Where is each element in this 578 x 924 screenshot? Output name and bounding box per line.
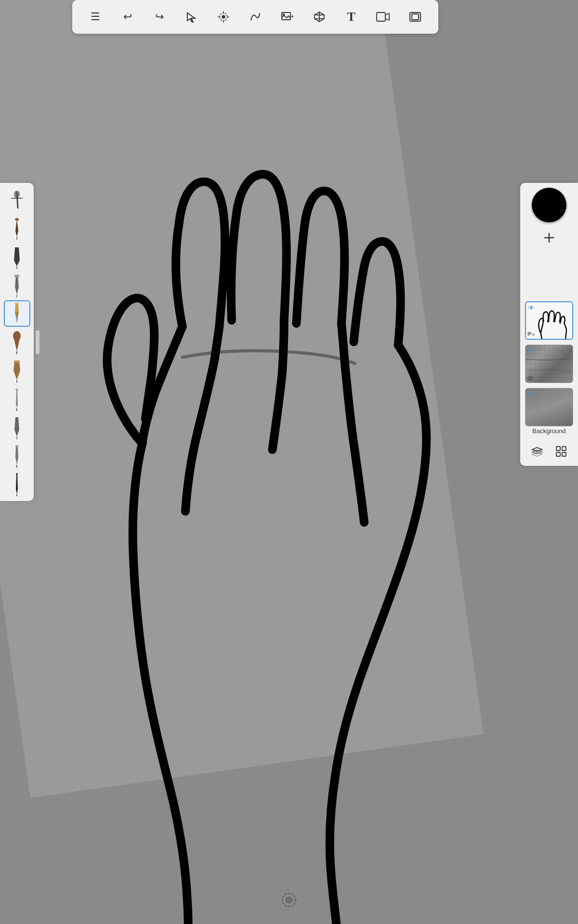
layers-section: 👁 [525, 301, 573, 435]
layer-2-eye-icon[interactable]: 👁 [527, 347, 537, 357]
scroll-indicator [36, 330, 39, 354]
brush-dark[interactable] [4, 471, 30, 497]
svg-rect-44 [556, 447, 560, 450]
layer-1-thumbnail[interactable]: 👁 [525, 301, 573, 340]
3d-button[interactable] [307, 5, 331, 29]
svg-point-26 [527, 334, 529, 336]
background-eye-icon[interactable]: 👁 [527, 390, 537, 400]
svg-rect-27 [532, 334, 535, 336]
menu-button[interactable]: ☰ [83, 5, 107, 29]
brush-round[interactable] [4, 329, 30, 355]
canvas-area[interactable] [0, 0, 578, 924]
svg-rect-47 [562, 452, 566, 456]
video-button[interactable] [371, 5, 395, 29]
brush-wide[interactable] [4, 244, 30, 270]
background-label: Background [532, 427, 565, 435]
brush-7[interactable] [4, 357, 30, 384]
redo-button[interactable]: ↪ [147, 5, 171, 29]
svg-point-48 [286, 897, 292, 903]
frame-button[interactable] [403, 5, 427, 29]
smudge-tool[interactable] [4, 187, 30, 213]
svg-point-7 [283, 14, 285, 15]
color-swatch[interactable] [532, 188, 566, 222]
svg-rect-19 [14, 360, 20, 363]
insert-image-button[interactable] [275, 5, 299, 29]
select-button[interactable] [179, 5, 203, 29]
brush-gray[interactable] [4, 385, 30, 412]
toolbar: ☰ ↩ ↪ [72, 0, 438, 34]
brush-9[interactable] [4, 414, 30, 440]
layer-1-eye-icon[interactable]: 👁 [528, 304, 538, 314]
brush-panel [0, 183, 34, 501]
undo-button[interactable]: ↩ [116, 5, 140, 29]
layers-button[interactable] [527, 442, 547, 461]
transform-button[interactable] [211, 5, 236, 29]
svg-point-1 [222, 15, 225, 18]
right-panel: 👁 [520, 183, 578, 466]
svg-rect-45 [562, 447, 566, 450]
svg-rect-16 [14, 275, 19, 277]
brush-tapered[interactable] [4, 215, 30, 242]
svg-rect-22 [16, 473, 18, 475]
layer-controls [525, 442, 573, 461]
svg-rect-17 [15, 303, 19, 305]
svg-rect-25 [527, 332, 531, 335]
svg-rect-21 [15, 445, 18, 447]
background-layer-thumbnail[interactable]: 👁 [525, 388, 573, 426]
svg-rect-12 [412, 14, 419, 20]
svg-point-20 [15, 388, 18, 390]
layer-2-thumbnail[interactable]: 👁 [525, 345, 573, 383]
svg-rect-10 [377, 13, 385, 21]
brush-pointed[interactable] [4, 272, 30, 298]
hand-drawing [0, 0, 578, 924]
svg-point-13 [14, 191, 20, 198]
add-layer-button[interactable] [539, 227, 560, 248]
pen-tool[interactable] [4, 300, 30, 327]
curve-button[interactable] [243, 5, 267, 29]
center-button[interactable] [279, 890, 299, 910]
grid-button[interactable] [552, 442, 571, 461]
brush-10[interactable] [4, 442, 30, 469]
svg-point-15 [15, 218, 19, 221]
svg-rect-46 [556, 452, 560, 456]
text-button[interactable]: T [339, 5, 363, 29]
